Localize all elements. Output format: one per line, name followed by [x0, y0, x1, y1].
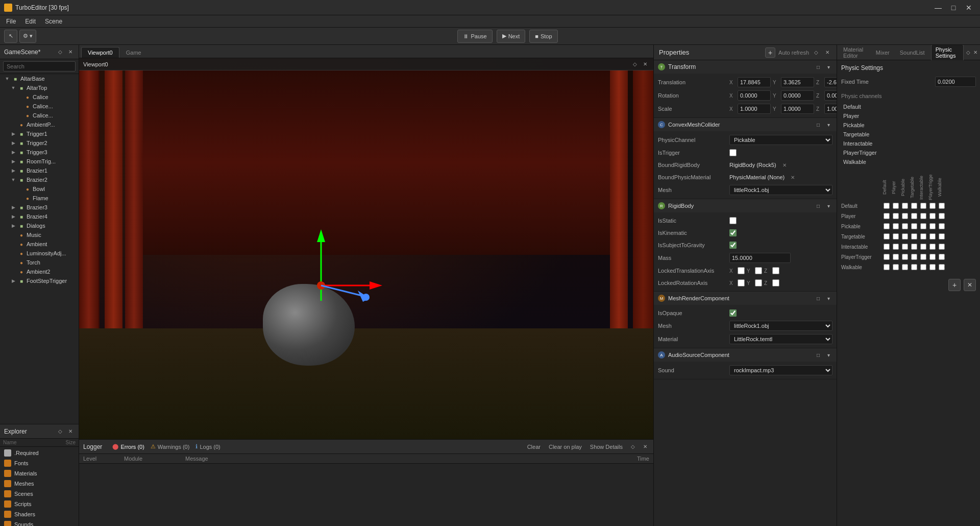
matrix-cell-d-t[interactable] [911, 203, 917, 209]
matrix-cell-t-p[interactable] [893, 233, 899, 240]
matrix-cell-p-pk[interactable] [902, 213, 908, 219]
channel-walkable[interactable]: Walkable [841, 157, 976, 166]
mesh-render-header[interactable]: M MeshRenderComponent □ ▾ [654, 292, 837, 305]
matrix-cell-pt-w[interactable] [939, 254, 945, 260]
viewport-scene[interactable] [79, 58, 653, 439]
explorer-close-icon[interactable]: ✕ [66, 427, 75, 436]
rotation-z-input[interactable] [824, 90, 837, 101]
clear-on-play-button[interactable]: Clear on play [547, 443, 584, 451]
tab-physic-settings[interactable]: Physic Settings [931, 45, 964, 60]
matrix-cell-t-d[interactable] [884, 233, 890, 240]
file-item-scripts[interactable]: Scripts [1, 499, 78, 509]
file-item-required[interactable]: .Required [1, 448, 78, 458]
tree-item-dialogs[interactable]: ▶ ■ Dialogs [0, 221, 79, 230]
tree-item-luminosity[interactable]: ● LuminosityAdj... [0, 249, 79, 258]
pause-button[interactable]: ⏸ Pause [457, 30, 492, 43]
matrix-cell-w-pt[interactable] [929, 264, 936, 270]
bound-physic-delete-icon[interactable]: ✕ [789, 173, 797, 181]
viewport-close-icon[interactable]: ✕ [641, 60, 649, 68]
matrix-cell-w-w[interactable] [939, 264, 945, 270]
convex-menu-icon[interactable]: ▾ [824, 121, 832, 129]
mesh-select-convex[interactable]: littleRock1.obj [729, 185, 832, 195]
matrix-cell-t-w[interactable] [939, 233, 945, 240]
tree-item-ambient[interactable]: ● Ambient [0, 240, 79, 249]
properties-diamond-icon[interactable]: ◇ [812, 49, 820, 57]
scene-diamond-icon[interactable]: ◇ [56, 48, 64, 56]
file-item-sounds[interactable]: Sounds [1, 519, 78, 526]
file-item-scenes[interactable]: Scenes [1, 489, 78, 499]
tree-item-torch[interactable]: ● Torch [0, 258, 79, 267]
add-component-button[interactable]: + [765, 47, 775, 58]
tree-item-brazier4[interactable]: ▶ ■ Brazier4 [0, 212, 79, 221]
matrix-cell-pk-pt[interactable] [929, 223, 936, 229]
tree-item-calice3[interactable]: ● Calice... [0, 111, 79, 120]
channel-interactable[interactable]: Interactable [841, 139, 976, 148]
matrix-cell-d-pt[interactable] [929, 203, 936, 209]
scale-z-input[interactable] [824, 104, 837, 114]
matrix-cell-pt-p[interactable] [893, 254, 899, 260]
tree-item-bowl[interactable]: ● Bowl [0, 184, 79, 194]
tree-item-brazier2[interactable]: ▼ ■ Brazier2 [0, 175, 79, 184]
channel-default[interactable]: Default [841, 102, 976, 111]
next-button[interactable]: ▶ Next [497, 30, 526, 43]
tree-item-trigger1[interactable]: ▶ ■ Trigger1 [0, 129, 79, 138]
matrix-cell-t-i[interactable] [920, 233, 926, 240]
close-button[interactable]: ✕ [962, 2, 976, 13]
matrix-cell-w-d[interactable] [884, 264, 890, 270]
matrix-cell-i-pk[interactable] [902, 244, 908, 250]
matrix-cell-i-d[interactable] [884, 244, 890, 250]
remove-channel-button[interactable]: ✕ [964, 279, 976, 291]
matrix-cell-i-p[interactable] [893, 244, 899, 250]
tab-material-editor[interactable]: Material Editor [839, 45, 870, 60]
rigidbody-copy-icon[interactable]: □ [814, 202, 822, 210]
logger-tab-warnings[interactable]: ⚠ Warnings (0) [151, 443, 190, 450]
scale-y-input[interactable] [781, 104, 814, 114]
matrix-cell-t-pk[interactable] [902, 233, 908, 240]
locked-rot-x-checkbox[interactable] [738, 279, 745, 286]
tree-item-flame[interactable]: ● Flame [0, 194, 79, 203]
matrix-cell-pk-p[interactable] [893, 223, 899, 229]
matrix-cell-w-t[interactable] [911, 264, 917, 270]
tree-item-trigger2[interactable]: ▶ ■ Trigger2 [0, 138, 79, 148]
logger-diamond-icon[interactable]: ◇ [629, 443, 637, 451]
physic-channel-select[interactable]: Pickable [729, 135, 832, 145]
translation-x-input[interactable] [738, 77, 771, 87]
physic-panel-diamond-icon[interactable]: ◇ [966, 49, 971, 57]
matrix-cell-pt-d[interactable] [884, 254, 890, 260]
is-kinematic-checkbox[interactable] [729, 229, 737, 236]
tree-item-altartop[interactable]: ▼ ■ AltarTop [0, 83, 79, 92]
clear-button[interactable]: Clear [525, 443, 543, 451]
audio-copy-icon[interactable]: □ [814, 351, 822, 359]
is-opaque-checkbox[interactable] [729, 309, 737, 317]
viewport-diamond-icon[interactable]: ◇ [631, 60, 639, 68]
transform-copy-icon[interactable]: □ [814, 63, 822, 71]
matrix-cell-pk-i[interactable] [920, 223, 926, 229]
fixed-time-input[interactable] [935, 77, 976, 87]
rigidbody-menu-icon[interactable]: ▾ [824, 202, 832, 210]
tab-mixer[interactable]: Mixer [872, 48, 894, 57]
add-channel-button[interactable]: + [948, 279, 961, 291]
audio-source-header[interactable]: A AudioSourceComponent □ ▾ [654, 348, 837, 362]
matrix-cell-p-pt[interactable] [929, 213, 936, 219]
translation-y-input[interactable] [781, 77, 814, 87]
pointer-tool-button[interactable]: ↖ [4, 30, 17, 43]
menu-edit[interactable]: Edit [21, 17, 40, 26]
is-static-checkbox[interactable] [729, 217, 737, 224]
menu-scene[interactable]: Scene [41, 17, 66, 26]
tree-item-music[interactable]: ● Music [0, 230, 79, 240]
stop-button[interactable]: ■ Stop [529, 30, 557, 43]
matrix-cell-d-w[interactable] [939, 203, 945, 209]
bound-rigid-delete-icon[interactable]: ✕ [780, 161, 789, 169]
scene-close-icon[interactable]: ✕ [66, 48, 75, 56]
scale-x-input[interactable] [738, 104, 771, 114]
file-item-shaders[interactable]: Shaders [1, 509, 78, 519]
locked-trans-x-checkbox[interactable] [738, 267, 745, 274]
tab-soundlist[interactable]: SoundList [896, 48, 929, 57]
file-item-materials[interactable]: Materials [1, 468, 78, 479]
rigidbody-header[interactable]: R RigidBody □ ▾ [654, 199, 837, 212]
sound-select[interactable]: rockImpact.mp3 [729, 365, 832, 375]
tree-item-brazier3[interactable]: ▶ ■ Brazier3 [0, 203, 79, 212]
matrix-cell-i-pt[interactable] [929, 244, 936, 250]
matrix-cell-p-t[interactable] [911, 213, 917, 219]
matrix-cell-pk-d[interactable] [884, 223, 890, 229]
